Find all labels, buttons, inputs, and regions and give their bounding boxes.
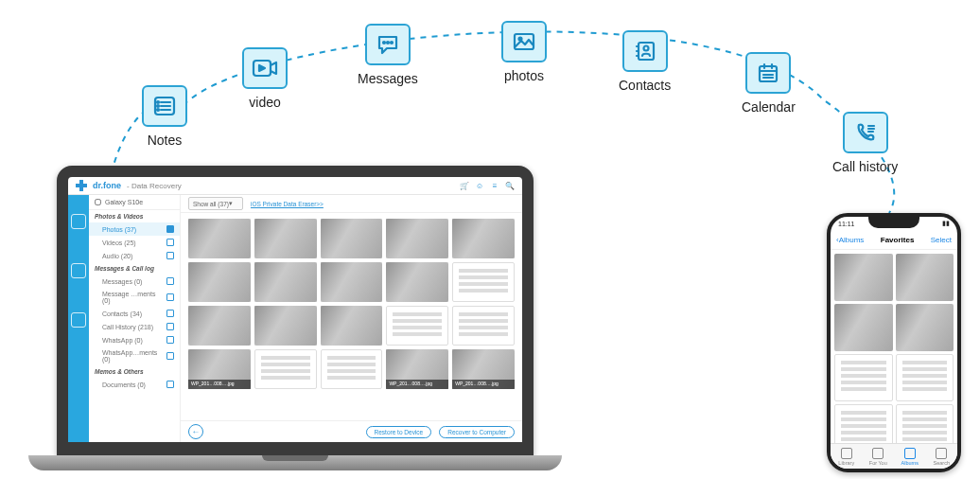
- phone-photo[interactable]: [834, 354, 893, 401]
- rail-phone-icon[interactable]: [71, 214, 86, 229]
- svg-point-11: [387, 42, 389, 44]
- flow-notes: Notes: [142, 85, 187, 148]
- recover-to-computer-button[interactable]: Recover to Computer: [439, 426, 515, 438]
- tab-foryou[interactable]: For You: [863, 444, 895, 469]
- photo-thumb[interactable]: [452, 219, 515, 258]
- phone-photo[interactable]: [834, 304, 893, 351]
- filter-dropdown[interactable]: Show all (37) ▾: [188, 197, 243, 210]
- phone-photo[interactable]: [896, 404, 954, 443]
- sidebar-item-whatsapp-attach[interactable]: WhatsApp…ments (0): [89, 346, 180, 365]
- photo-thumb[interactable]: WP_201…008….jpg: [386, 349, 448, 389]
- photo-thumb[interactable]: [386, 262, 448, 302]
- photo-thumb[interactable]: [321, 306, 383, 346]
- svg-marker-9: [259, 65, 265, 71]
- photo-thumb[interactable]: [386, 306, 448, 346]
- device-row[interactable]: Galaxy S10e: [89, 195, 180, 210]
- photo-thumb[interactable]: [254, 262, 317, 302]
- sidebar-item-contacts[interactable]: Contacts (34): [89, 307, 180, 320]
- status-time: 11:11: [838, 221, 855, 227]
- app-footer: ← Restore to Device Recover to Computer: [181, 420, 522, 442]
- photo-thumb[interactable]: [386, 219, 448, 258]
- phone-photo[interactable]: [896, 254, 954, 301]
- tab-search[interactable]: Search: [926, 444, 958, 469]
- flow-messages: Messages: [358, 24, 418, 86]
- sidebar-group: Memos & Others: [89, 365, 180, 378]
- svg-point-10: [383, 42, 385, 44]
- search-tab-icon: [936, 448, 947, 459]
- photo-thumb[interactable]: [188, 306, 251, 346]
- feedback-icon[interactable]: ☺: [475, 181, 484, 190]
- phone-grid: [831, 250, 957, 443]
- phone-notch: [868, 217, 919, 228]
- thumb-caption: WP_201…008….jpg: [386, 380, 448, 389]
- status-battery-icon: ▮▮: [942, 220, 950, 227]
- calendar-icon: [745, 52, 791, 94]
- device-name: Galaxy S10e: [105, 199, 143, 205]
- tab-library[interactable]: Library: [831, 444, 863, 469]
- notes-icon: [142, 85, 187, 127]
- sidebar-item-callhistory[interactable]: Call History (218): [89, 320, 180, 333]
- phone-photo[interactable]: [834, 404, 893, 443]
- laptop-base: [28, 455, 562, 470]
- cart-icon[interactable]: 🛒: [460, 181, 469, 190]
- phone-photo[interactable]: [834, 254, 893, 301]
- sidebar-item-videos[interactable]: Videos (25): [89, 236, 180, 249]
- flow-calendar: Calendar: [742, 52, 796, 115]
- svg-point-5: [157, 101, 159, 103]
- restore-to-device-button[interactable]: Restore to Device: [366, 426, 432, 438]
- sidebar-item-label: Videos (25): [102, 240, 136, 246]
- photo-thumb[interactable]: [321, 349, 383, 389]
- phone-back-button[interactable]: ‹Albums: [836, 236, 864, 244]
- tab-label: Library: [838, 460, 854, 466]
- flow-label: photos: [504, 68, 544, 83]
- search-icon[interactable]: 🔍: [505, 181, 515, 190]
- sidebar-item-messages[interactable]: Messages (0): [89, 275, 180, 288]
- photo-thumb[interactable]: [321, 219, 383, 258]
- drfone-app: dr.fone - Data Recovery 🛒 ☺ ≡ 🔍 Galaxy: [68, 177, 522, 442]
- phone-title: Favorites: [881, 236, 915, 244]
- photo-thumb[interactable]: WP_201…008….jpg: [188, 349, 251, 389]
- photo-thumb[interactable]: [254, 349, 317, 389]
- photo-thumb[interactable]: [321, 262, 383, 302]
- contacts-icon: [622, 30, 668, 72]
- sidebar-item-msg-attach[interactable]: Message …ments (0): [89, 288, 180, 307]
- svg-point-12: [391, 42, 393, 44]
- tab-label: For You: [869, 460, 887, 466]
- photo-thumb[interactable]: WP_201…008….jpg: [452, 349, 515, 389]
- sidebar-item-photos[interactable]: Photos (37): [89, 222, 180, 236]
- sidebar-item-documents[interactable]: Documents (0): [89, 378, 180, 391]
- photo-thumb[interactable]: [188, 262, 251, 302]
- thumbnail-grid: WP_201…008….jpg WP_201…008….jpg WP_201…0…: [181, 213, 522, 420]
- sidebar-item-whatsapp[interactable]: WhatsApp (0): [89, 333, 180, 346]
- sidebar-item-label: WhatsApp…ments (0): [102, 349, 164, 363]
- eraser-link[interactable]: iOS Private Data Eraser>>: [251, 201, 324, 207]
- flow-label: Calendar: [742, 99, 796, 115]
- sidebar-item-label: Call History (218): [102, 324, 153, 330]
- svg-point-7: [157, 109, 159, 111]
- device-checkbox[interactable]: [95, 199, 101, 205]
- menu-icon[interactable]: ≡: [490, 181, 499, 190]
- back-button[interactable]: ←: [188, 424, 203, 439]
- phone-photo[interactable]: [896, 354, 954, 401]
- sidebar-item-audio[interactable]: Audio (20): [89, 249, 180, 262]
- flow-contacts: Contacts: [619, 30, 671, 93]
- tab-albums[interactable]: Albums: [894, 444, 926, 469]
- photo-thumb[interactable]: [188, 219, 251, 258]
- rail-cloud-icon[interactable]: [71, 312, 86, 328]
- photo-thumb[interactable]: [254, 219, 317, 258]
- tab-label: Albums: [901, 460, 919, 466]
- video-icon: [242, 47, 288, 89]
- flow-label: Notes: [148, 133, 183, 148]
- library-icon: [841, 448, 852, 459]
- photo-thumb[interactable]: [452, 262, 515, 302]
- sidebar-item-label: Photos (37): [102, 226, 136, 233]
- rail-sim-icon[interactable]: [71, 263, 86, 278]
- phone-photo[interactable]: [896, 304, 954, 351]
- phone-select-button[interactable]: Select: [931, 236, 952, 244]
- app-section-title: - Data Recovery: [127, 182, 182, 190]
- photos-icon: [501, 21, 547, 62]
- flow-label: Contacts: [619, 78, 671, 93]
- photo-thumb[interactable]: [452, 306, 515, 346]
- sidebar-item-label: WhatsApp (0): [102, 337, 143, 344]
- photo-thumb[interactable]: [254, 306, 317, 346]
